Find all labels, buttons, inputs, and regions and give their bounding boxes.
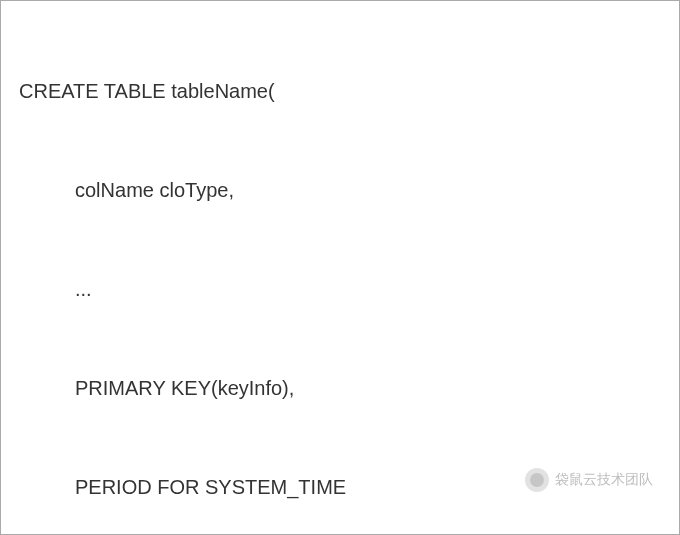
code-line: colName cloType, bbox=[19, 174, 679, 207]
wechat-icon bbox=[525, 468, 549, 492]
code-line: PRIMARY KEY(keyInfo), bbox=[19, 372, 679, 405]
watermark-text: 袋鼠云技术团队 bbox=[555, 468, 653, 491]
code-line: ... bbox=[19, 273, 679, 306]
watermark: 袋鼠云技术团队 bbox=[525, 468, 653, 492]
sql-code-block: CREATE TABLE tableName( colName cloType,… bbox=[19, 9, 679, 535]
code-line: CREATE TABLE tableName( bbox=[19, 75, 679, 108]
